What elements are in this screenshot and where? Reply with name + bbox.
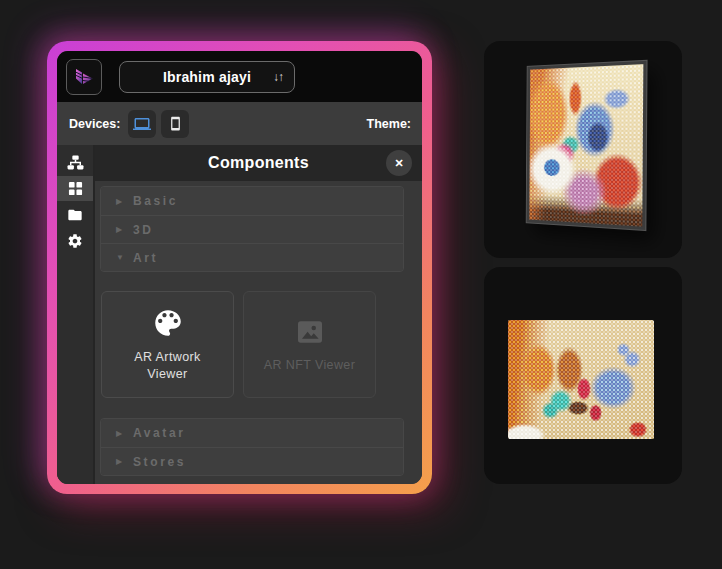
builder-window: Ibrahim ajayi ↓↑ Devices: Th <box>47 41 432 494</box>
framed-mosaic-artwork-3d-view <box>527 61 647 230</box>
left-nav-rail <box>57 145 95 484</box>
desktop-device-button[interactable] <box>128 110 156 138</box>
section-basic[interactable]: ▶ Basic <box>101 187 403 215</box>
section-art[interactable]: ▼ Art <box>101 243 403 271</box>
mobile-device-button[interactable] <box>161 110 189 138</box>
components-panel-header: Components ✕ <box>95 145 422 181</box>
sort-arrows-icon: ↓↑ <box>273 70 283 84</box>
chevron-right-icon: ▶ <box>116 225 133 234</box>
art-components-grid: AR Artwork Viewer AR NFT Viewer <box>101 291 382 398</box>
sidebar-item-scene-hierarchy[interactable] <box>57 150 93 175</box>
folder-icon <box>67 207 83 223</box>
chevron-right-icon: ▶ <box>116 457 133 466</box>
component-sections-group-lower: ▶ Avatar ▶ Stores <box>100 418 404 476</box>
component-card-ar-artwork-viewer[interactable]: AR Artwork Viewer <box>101 291 234 398</box>
sitemap-icon <box>67 154 84 171</box>
chevron-right-icon: ▶ <box>116 429 133 438</box>
section-label: Stores <box>133 455 186 469</box>
panel-title: Components <box>208 154 309 172</box>
smartphone-icon <box>168 116 183 131</box>
section-3d[interactable]: ▶ 3D <box>101 215 403 243</box>
app-header: Ibrahim ajayi ↓↑ <box>57 51 422 102</box>
artwork-preview-card-2[interactable] <box>484 267 682 484</box>
devices-label: Devices: <box>69 117 120 131</box>
component-card-label: AR NFT Viewer <box>255 357 365 374</box>
section-label: 3D <box>133 223 154 237</box>
devices-bar: Devices: Theme: <box>57 102 422 145</box>
section-label: Basic <box>133 194 178 208</box>
section-avatar[interactable]: ▶ Avatar <box>101 419 403 447</box>
component-card-ar-nft-viewer[interactable]: AR NFT Viewer <box>243 291 376 398</box>
app-logo-button[interactable] <box>66 59 102 95</box>
components-list[interactable]: ▶ Basic ▶ 3D ▼ Art <box>95 181 422 484</box>
sidebar-item-components[interactable] <box>57 176 93 201</box>
user-name: Ibrahim ajayi <box>163 69 251 85</box>
section-label: Art <box>133 251 158 265</box>
mosaic-artwork-closeup-view <box>508 320 654 439</box>
app-logo-icon <box>72 65 96 89</box>
component-card-label: AR Artwork Viewer <box>113 349 223 383</box>
sidebar-item-settings[interactable] <box>57 228 93 253</box>
artwork-preview-card-1[interactable] <box>484 41 682 258</box>
user-selector-button[interactable]: Ibrahim ajayi ↓↑ <box>119 61 295 93</box>
section-label: Avatar <box>133 426 186 440</box>
component-sections-group: ▶ Basic ▶ 3D ▼ Art <box>100 186 404 272</box>
sidebar-item-files[interactable] <box>57 202 93 227</box>
chevron-right-icon: ▶ <box>116 197 133 206</box>
close-icon[interactable]: ✕ <box>386 150 412 176</box>
components-panel: Components ✕ ▶ Basic ▶ 3D <box>95 145 422 484</box>
palette-icon <box>151 306 185 340</box>
image-icon <box>294 316 326 348</box>
chevron-down-icon: ▼ <box>116 253 133 262</box>
grid-icon <box>68 181 83 196</box>
laptop-icon <box>133 115 151 133</box>
gear-icon <box>67 233 83 249</box>
theme-label: Theme: <box>367 117 411 131</box>
section-stores[interactable]: ▶ Stores <box>101 447 403 475</box>
